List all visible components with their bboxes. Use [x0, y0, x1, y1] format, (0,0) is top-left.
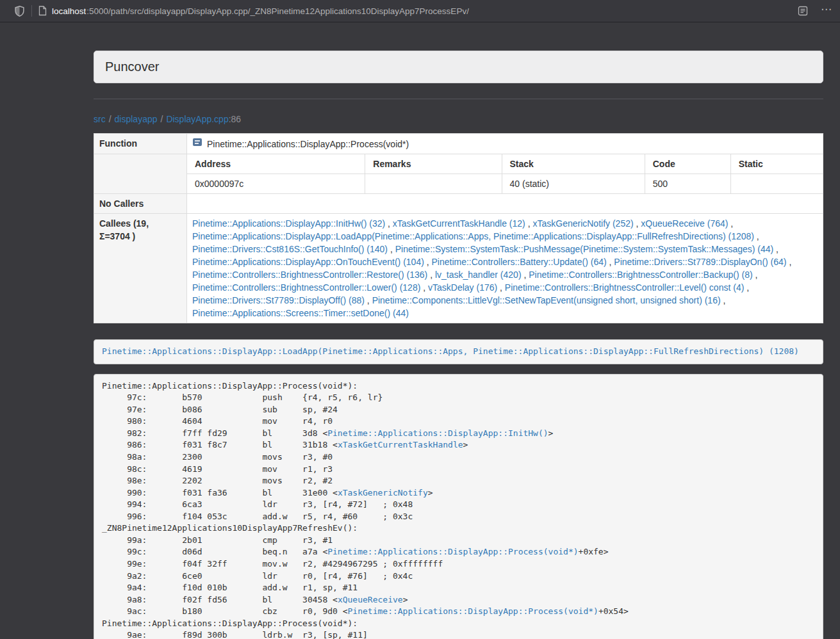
asm-text: 99c: d06d beq.n a7a <	[102, 547, 327, 556]
asm-text: >	[403, 595, 408, 604]
asm-symbol-link[interactable]: xTaskGenericNotify	[338, 488, 428, 497]
asm-text: >	[428, 488, 433, 497]
no-callers-label: No Callers	[94, 194, 187, 213]
callee-link[interactable]: Pinetime::System::SystemTask::PushMessag…	[395, 244, 774, 254]
callee-link[interactable]: vTaskDelay (176)	[428, 282, 497, 293]
asm-text: 99e: f04f 32ff mov.w r2, #4294967295 ; 0…	[102, 559, 443, 569]
asm-text: 9a4: f10d 010b add.w r1, sp, #11	[102, 583, 358, 592]
table-row: 0x0000097c 40 (static) 500	[187, 174, 823, 194]
column-header-address: Address	[187, 154, 365, 174]
column-header-static: Static	[730, 154, 823, 174]
callee-link[interactable]: Pinetime::Controllers::BrightnessControl…	[192, 282, 420, 293]
callee-link[interactable]: xTaskGetCurrentTaskHandle (12)	[393, 218, 525, 229]
breadcrumb-link-file[interactable]: DisplayApp.cpp	[166, 114, 228, 124]
disassembly-pre: Pinetime::Applications::DisplayApp::Proc…	[94, 374, 823, 639]
function-table: Function Pinetime::Applications::Display…	[94, 133, 823, 323]
breadcrumb-link-displayapp[interactable]: displayapp	[115, 114, 158, 124]
asm-text: _ZN8Pinetime12Applications10DisplayApp7R…	[102, 523, 358, 533]
address-value: 0x0000097c	[187, 174, 365, 194]
tracking-protection-shield-icon[interactable]	[14, 5, 25, 17]
asm-text: 9ac: b180 cbz r0, 9d0 <	[102, 606, 348, 616]
callees-row: Callees (19, Σ=3704 ) Pinetime::Applicat…	[94, 213, 823, 323]
symbol-signature-block: Pinetime::Applications::DisplayApp::Load…	[94, 339, 823, 364]
asm-text: 9a8: f02f fd56 bl 30458 <	[102, 595, 338, 604]
asm-text: Pinetime::Applications::DisplayApp::Proc…	[102, 619, 358, 628]
callee-link[interactable]: Pinetime::Applications::DisplayApp::Init…	[192, 218, 385, 229]
asm-text: 98c: 4619 mov r1, r3	[102, 464, 333, 474]
column-header-stack: Stack	[502, 154, 645, 174]
asm-text: 990: f031 fa36 bl 31e00 <	[102, 488, 338, 497]
page-info-icon[interactable]	[38, 6, 47, 16]
asm-text: Pinetime::Applications::DisplayApp::Proc…	[102, 381, 358, 391]
stack-value: 40 (static)	[502, 174, 645, 194]
callee-link[interactable]: Pinetime::Components::LittleVgl::SetNewT…	[372, 295, 721, 305]
asm-symbol-link[interactable]: xQueueReceive	[338, 595, 403, 604]
callees-list: Pinetime::Applications::DisplayApp::Init…	[187, 214, 823, 323]
asm-text: 97c: b570 push {r4, r5, r6, lr}	[102, 392, 383, 402]
asm-text: 994: 6ca3 ldr r3, [r4, #72] ; 0x48	[102, 499, 413, 509]
asm-text: 9ae: f89d 300b ldrb.w r3, [sp, #11]	[102, 630, 368, 639]
static-value	[730, 174, 823, 194]
chrome-actions: ⋯	[798, 4, 832, 19]
asm-text: 996: f104 053c add.w r5, r4, #60 ; 0x3c	[102, 512, 413, 521]
breadcrumb: src/displayapp/DisplayApp.cpp:86	[94, 114, 823, 124]
callee-link[interactable]: Pinetime::Drivers::Cst816S::GetTouchInfo…	[192, 244, 388, 254]
browser-chrome: localhost:5000/path/src/displayapp/Displ…	[0, 0, 840, 22]
callee-link[interactable]: Pinetime::Applications::Screens::Timer::…	[192, 308, 409, 318]
column-header-remarks: Remarks	[365, 154, 502, 174]
callee-link[interactable]: Pinetime::Controllers::BrightnessControl…	[529, 270, 752, 280]
callee-link[interactable]: Pinetime::Applications::DisplayApp::Load…	[192, 231, 754, 241]
reader-view-icon[interactable]	[798, 6, 808, 16]
asm-text: 97e: b086 sub sp, #24	[102, 405, 338, 414]
app-header-panel: Puncover	[94, 51, 823, 83]
remarks-value	[365, 174, 502, 194]
function-name: Pinetime::Applications::DisplayApp::Proc…	[207, 138, 409, 150]
asm-text: 9a2: 6ce0 ldr r0, [r4, #76] ; 0x4c	[102, 571, 413, 581]
callee-link[interactable]: lv_task_handler (420)	[435, 270, 522, 280]
asm-text: >	[463, 440, 468, 449]
url-bar[interactable]: localhost:5000/path/src/displayapp/Displ…	[38, 0, 790, 22]
function-type-icon	[192, 137, 202, 150]
callee-link[interactable]: Pinetime::Drivers::St7789::DisplayOn() (…	[614, 257, 786, 267]
url-host: localhost	[52, 6, 86, 16]
app-title: Puncover	[105, 60, 160, 74]
page-container: Puncover src/displayapp/DisplayApp.cpp:8…	[94, 51, 823, 639]
breadcrumb-line-number: :86	[229, 114, 241, 124]
callee-link[interactable]: Pinetime::Controllers::BrightnessControl…	[505, 282, 744, 293]
chrome-divider	[31, 5, 32, 17]
symbol-signature-link[interactable]: Pinetime::Applications::DisplayApp::Load…	[102, 346, 799, 356]
breadcrumb-link-src[interactable]: src	[94, 114, 106, 124]
asm-symbol-link[interactable]: xTaskGetCurrentTaskHandle	[338, 440, 463, 449]
asm-text: 98a: 2300 movs r3, #0	[102, 452, 333, 462]
divider-rule	[94, 99, 823, 99]
breadcrumb-separator: /	[106, 114, 115, 124]
asm-symbol-link[interactable]: Pinetime::Applications::DisplayApp::Proc…	[348, 606, 598, 616]
column-header-code: Code	[645, 154, 730, 174]
breadcrumb-separator: /	[158, 114, 167, 124]
asm-text: 99a: 2b01 cmp r3, #1	[102, 535, 333, 545]
function-details-row-spacer	[94, 154, 187, 193]
function-details-table: Address Remarks Stack Code Static 0x0000…	[187, 154, 823, 193]
callee-link[interactable]: Pinetime::Drivers::St7789::DisplayOff() …	[192, 295, 365, 305]
no-callers-row: No Callers	[94, 193, 823, 213]
asm-text: +0xfe>	[579, 547, 609, 556]
asm-symbol-link[interactable]: Pinetime::Applications::DisplayApp::Init…	[327, 428, 548, 438]
function-row-label: Function	[94, 134, 187, 154]
asm-text: >	[548, 428, 554, 438]
callee-link[interactable]: Pinetime::Applications::DisplayApp::OnTo…	[192, 257, 424, 267]
callees-label: Callees (19, Σ=3704 )	[94, 214, 187, 323]
asm-text: 982: f7ff fd29 bl 3d8 <	[102, 428, 327, 438]
more-menu-icon[interactable]: ⋯	[821, 4, 832, 19]
callee-link[interactable]: xQueueReceive (764)	[641, 218, 728, 229]
callee-link[interactable]: Pinetime::Controllers::BrightnessControl…	[192, 270, 427, 280]
url-path: :5000/path/src/displayapp/DisplayApp.cpp…	[86, 6, 469, 16]
asm-text: 98e: 2202 movs r2, #2	[102, 476, 333, 485]
no-callers-cell	[187, 194, 823, 213]
asm-text: 980: 4604 mov r4, r0	[102, 416, 333, 426]
callee-link[interactable]: xTaskGenericNotify (252)	[532, 218, 633, 229]
function-row: Function Pinetime::Applications::Display…	[94, 134, 823, 154]
callee-link[interactable]: Pinetime::Controllers::Battery::Update()…	[432, 257, 607, 267]
asm-text: 986: f031 f8c7 bl 31b18 <	[102, 440, 338, 449]
asm-symbol-link[interactable]: Pinetime::Applications::DisplayApp::Proc…	[327, 547, 578, 556]
asm-text: +0x54>	[598, 606, 629, 616]
